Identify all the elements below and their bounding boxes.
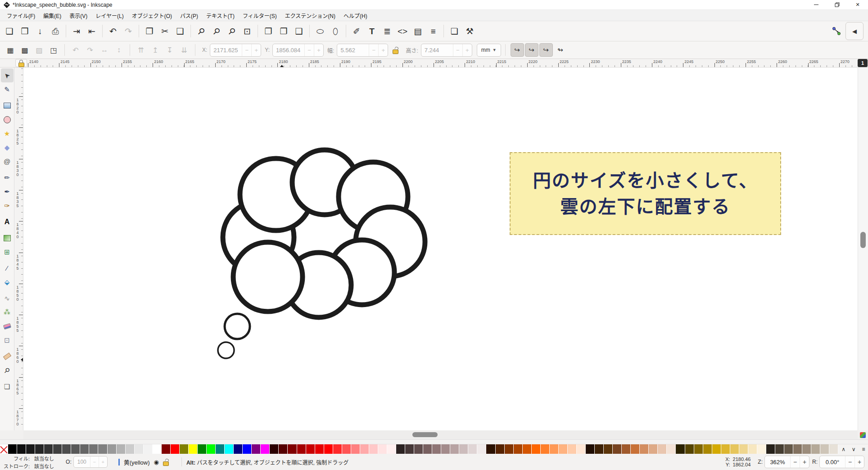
open-document-button[interactable]: ❒ xyxy=(17,23,32,39)
palette-swatch[interactable] xyxy=(126,444,134,454)
palette-swatch[interactable] xyxy=(44,444,53,454)
palette-swatch[interactable] xyxy=(793,444,802,454)
pencil-tool[interactable]: ✏ xyxy=(1,171,14,185)
unit-dropdown[interactable]: mm ▼ xyxy=(477,44,501,57)
menu-extensions[interactable]: エクステンション(N) xyxy=(281,10,339,21)
palette-swatch[interactable] xyxy=(757,444,766,454)
palette-swatch[interactable] xyxy=(171,444,179,454)
palette-swatch[interactable] xyxy=(135,444,143,454)
lock-ratio-button[interactable] xyxy=(393,46,398,54)
palette-swatch[interactable] xyxy=(53,444,62,454)
palette-swatch[interactable] xyxy=(17,444,26,454)
snap-toolbar-collapse-button[interactable]: ◀ xyxy=(845,22,863,40)
ungroup-button[interactable]: ⬯ xyxy=(328,23,343,39)
text-dialog-button[interactable]: T xyxy=(364,23,380,39)
palette-swatch[interactable] xyxy=(604,444,612,454)
cloud-speech-bubble[interactable] xyxy=(23,68,858,430)
palette-swatch[interactable] xyxy=(595,444,603,454)
palette-swatch[interactable] xyxy=(162,444,170,454)
palette-swatch[interactable] xyxy=(144,444,152,454)
palette-swatch[interactable] xyxy=(559,444,567,454)
x-minus-button[interactable]: − xyxy=(242,44,251,56)
align-distribute-button[interactable]: ≡ xyxy=(425,23,441,39)
gradient-tool[interactable] xyxy=(1,231,14,245)
spiral-tool[interactable]: @ xyxy=(1,154,14,168)
palette-swatch[interactable] xyxy=(748,444,757,454)
palette-swatch[interactable] xyxy=(712,444,721,454)
palette-swatch[interactable] xyxy=(35,444,44,454)
palette-swatch[interactable] xyxy=(71,444,80,454)
palette-swatch[interactable] xyxy=(288,444,296,454)
zoom-page-width-button[interactable]: ⊡ xyxy=(240,23,255,39)
palette-swatch[interactable] xyxy=(477,444,486,454)
horizontal-scrollbar[interactable] xyxy=(23,430,858,439)
x-plus-button[interactable]: + xyxy=(251,44,261,56)
palette-swatch[interactable] xyxy=(658,444,666,454)
palette-menu-button[interactable]: ≡ xyxy=(862,446,865,452)
palette-swatch[interactable] xyxy=(820,444,829,454)
menu-layer[interactable]: レイヤー(L) xyxy=(91,10,127,21)
print-button[interactable]: ⎙ xyxy=(48,23,63,39)
layer-name[interactable]: 黄(yellow) xyxy=(124,458,150,466)
rotation-minus-button[interactable]: − xyxy=(845,456,854,468)
palette-swatch[interactable] xyxy=(89,444,98,454)
height-minus-button[interactable]: − xyxy=(453,44,462,56)
export-button[interactable]: ⇤ xyxy=(84,23,99,39)
palette-swatch[interactable] xyxy=(261,444,269,454)
palette-swatch[interactable] xyxy=(577,444,585,454)
palette-swatch[interactable] xyxy=(667,444,675,454)
palette-swatch[interactable] xyxy=(315,444,324,454)
rotation-field[interactable]: 0.00° − + xyxy=(819,456,864,468)
opacity-field[interactable]: 100 − + xyxy=(73,456,108,468)
menu-filters[interactable]: フィルター(S) xyxy=(239,10,281,21)
palette-swatch[interactable] xyxy=(387,444,396,454)
palette-swatch[interactable] xyxy=(694,444,703,454)
move-patterns-toggle-button[interactable]: ↬ xyxy=(554,43,567,57)
palette-swatch[interactable] xyxy=(405,444,414,454)
width-plus-button[interactable]: + xyxy=(378,44,388,56)
import-button[interactable]: ⇥ xyxy=(69,23,84,39)
rectangle-tool[interactable] xyxy=(1,99,14,113)
box3d-tool[interactable]: ◆ xyxy=(1,140,14,154)
ellipse-tool[interactable] xyxy=(1,113,14,127)
layers-dialog-button[interactable]: ≣ xyxy=(380,23,395,39)
scale-corners-toggle-button[interactable]: ↪ xyxy=(525,43,538,57)
palette-swatch[interactable] xyxy=(8,444,17,454)
palette-swatch[interactable] xyxy=(730,444,739,454)
palette-swatch[interactable] xyxy=(505,444,513,454)
palette-swatch[interactable] xyxy=(441,444,450,454)
palette-swatch[interactable] xyxy=(378,444,387,454)
palette-swatch[interactable] xyxy=(26,444,35,454)
canvas[interactable]: 円のサイズを小さくして、 雲の左下に配置する xyxy=(23,68,858,430)
fill-stroke-dialog-button[interactable]: ✐ xyxy=(349,23,364,39)
copy-button[interactable]: ❐ xyxy=(142,23,157,39)
width-field[interactable]: 5.562 − + xyxy=(337,44,388,57)
guide-lock-button[interactable] xyxy=(15,59,27,67)
preferences-button[interactable]: ⚒ xyxy=(462,23,477,39)
tweak-tool[interactable]: ∿ xyxy=(1,291,14,305)
document-properties-button[interactable]: ❏ xyxy=(447,23,462,39)
opacity-plus-button[interactable]: + xyxy=(99,456,107,467)
palette-swatch[interactable] xyxy=(829,444,838,454)
selection-box-toggle-button[interactable]: ◳ xyxy=(47,43,60,57)
palette-scroll-down-button[interactable]: ∨ xyxy=(852,446,856,452)
y-minus-button[interactable]: − xyxy=(304,44,314,56)
palette-swatch[interactable] xyxy=(423,444,432,454)
palette-swatch[interactable] xyxy=(234,444,242,454)
palette-swatch[interactable] xyxy=(613,444,621,454)
height-plus-button[interactable]: + xyxy=(462,44,472,56)
vertical-ruler[interactable]: 1820182518301835184018451850185518601865… xyxy=(14,68,23,430)
palette-swatch[interactable] xyxy=(252,444,260,454)
text-tool[interactable]: A xyxy=(1,215,14,229)
pages-tool[interactable]: ❏ xyxy=(1,380,14,393)
palette-swatch[interactable] xyxy=(550,444,558,454)
group-button[interactable]: ⬭ xyxy=(312,23,328,39)
mesh-tool[interactable]: ⊞ xyxy=(1,245,14,259)
horizontal-scrollbar-thumb[interactable] xyxy=(412,432,438,437)
palette-swatch[interactable] xyxy=(98,444,107,454)
eraser-tool[interactable] xyxy=(1,319,14,333)
palette-swatch[interactable] xyxy=(360,444,369,454)
palette-swatch[interactable] xyxy=(568,444,576,454)
palette-swatch[interactable] xyxy=(62,444,71,454)
horizontal-ruler[interactable]: 2140214521502155216021652170217521802185… xyxy=(27,59,857,67)
